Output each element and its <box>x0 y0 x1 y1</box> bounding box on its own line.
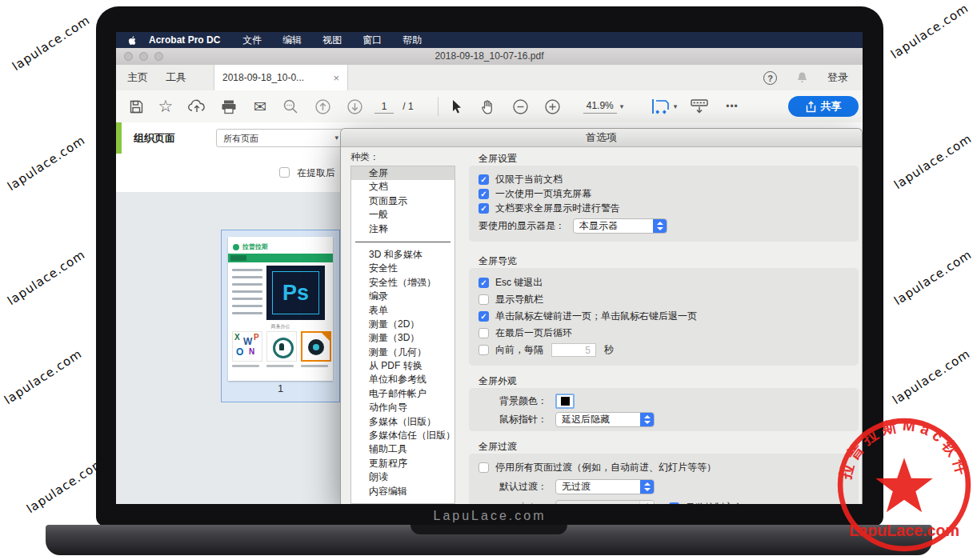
menu-item[interactable]: 编辑 <box>282 34 302 47</box>
cloud-upload-icon[interactable] <box>185 90 209 122</box>
camera-app-tile <box>301 331 331 362</box>
page-thumbnail[interactable]: 拉普拉斯 Ps 商务办公 XWPON <box>221 230 340 402</box>
cursor-label: 鼠标指针： <box>478 413 547 426</box>
tab-tools[interactable]: 工具 <box>166 65 186 90</box>
checkbox-click-advance[interactable] <box>478 311 489 322</box>
share-button[interactable]: 共享 <box>788 96 859 117</box>
print-icon[interactable] <box>217 90 241 122</box>
category-item[interactable]: 更新程序 <box>351 457 454 470</box>
category-item[interactable]: 注释 <box>351 222 454 236</box>
email-icon[interactable]: ✉ <box>248 90 272 122</box>
page-range-dropdown[interactable]: 所有页面 ▾ <box>216 129 344 147</box>
category-item[interactable]: 页面显示 <box>351 194 454 208</box>
select-tool-icon[interactable] <box>446 90 466 122</box>
page-number-input[interactable] <box>374 100 394 114</box>
menu-item[interactable]: 帮助 <box>402 34 422 47</box>
checkbox-auto-advance[interactable] <box>478 345 489 355</box>
previous-view-icon[interactable] <box>310 90 334 122</box>
category-item[interactable]: 测量（几何） <box>351 346 454 359</box>
category-item[interactable]: 安全性（增强） <box>351 276 454 290</box>
checkbox-disable-transitions[interactable] <box>478 462 489 473</box>
extract-checkbox[interactable] <box>279 167 290 178</box>
help-icon[interactable]: ? <box>763 71 777 85</box>
chevron-down-icon: ▾ <box>620 102 624 110</box>
traffic-light-zoom[interactable] <box>154 52 163 61</box>
zoom-in-icon[interactable] <box>541 90 563 122</box>
bg-color-swatch[interactable] <box>555 394 575 409</box>
site-nav-bar <box>228 254 333 262</box>
category-item[interactable]: 辅助工具 <box>351 442 454 456</box>
dock-toolbar-icon[interactable] <box>687 90 711 122</box>
category-item[interactable]: 内容编辑 <box>351 485 454 498</box>
dialog-title: 首选项 <box>341 129 862 147</box>
category-item[interactable]: 多媒体信任（旧版） <box>351 429 454 442</box>
cursor-select[interactable]: 延迟后隐藏 <box>555 412 655 427</box>
photoshop-tile: Ps <box>266 266 325 320</box>
watermark-text: lapulace.com <box>888 1 971 62</box>
seconds-label: 秒 <box>604 343 614 357</box>
save-icon[interactable] <box>124 90 148 122</box>
checkbox-loop-after-last[interactable] <box>478 328 489 338</box>
checkbox-show-navbar[interactable] <box>478 294 489 305</box>
category-item[interactable]: 电子邮件帐户 <box>351 387 454 401</box>
next-view-icon[interactable] <box>342 90 366 122</box>
zoom-out-icon[interactable] <box>509 90 531 122</box>
categories-label: 种类： <box>350 150 379 164</box>
category-item[interactable]: 测量（3D） <box>351 331 454 345</box>
checkbox-label: 在最后一页后循环 <box>495 326 572 340</box>
apple-logo-icon[interactable] <box>127 35 138 46</box>
category-item[interactable]: 多媒体（旧版） <box>351 415 454 429</box>
photoshop-logo: Ps <box>272 271 319 314</box>
checkbox-nav-controls-direction[interactable] <box>669 502 679 504</box>
category-item[interactable]: 测量（2D） <box>351 318 454 331</box>
category-item[interactable]: 全屏 <box>351 166 454 180</box>
hand-tool-icon[interactable] <box>476 90 499 122</box>
tab-document[interactable]: 2018-09-18_10-0... × <box>214 65 348 90</box>
watermark-text: lapulace.com <box>5 247 88 308</box>
favorite-star-icon[interactable]: ☆ <box>154 90 178 122</box>
checkbox-label: 单击鼠标左键前进一页；单击鼠标右键后退一页 <box>495 310 697 323</box>
category-item[interactable]: 单位和参考线 <box>351 373 454 386</box>
category-item[interactable]: 编录 <box>351 290 454 303</box>
checkbox-label: 一次使用一页填充屏幕 <box>495 187 591 201</box>
app-name: Acrobat Pro DC <box>149 34 220 46</box>
category-item[interactable]: 一般 <box>351 208 454 222</box>
section-title-fullscreen-setup: 全屏设置 <box>478 152 517 166</box>
checkbox-warn-fullscreen[interactable] <box>478 203 489 214</box>
category-item[interactable]: 表单 <box>351 304 454 318</box>
checkbox-fill-screen[interactable] <box>478 189 489 199</box>
interval-seconds-input[interactable] <box>551 343 596 357</box>
more-tools-icon[interactable]: ••• <box>719 90 746 122</box>
traffic-light-close[interactable] <box>124 52 133 61</box>
checkbox-esc-exit[interactable] <box>478 278 489 288</box>
category-item[interactable]: 文档 <box>351 180 454 194</box>
category-item[interactable]: 朗读 <box>351 470 454 484</box>
menu-item[interactable]: 视图 <box>322 34 342 47</box>
zoom-level-dropdown[interactable]: 41.9% ▾ <box>575 90 631 122</box>
category-item[interactable]: 3D 和多媒体 <box>351 248 454 262</box>
checkbox-current-doc-only[interactable] <box>478 174 489 185</box>
monitor-select-value: 本显示器 <box>579 220 618 231</box>
category-item[interactable]: 动作向导 <box>351 401 454 414</box>
fit-width-dropdown[interactable]: ▾ <box>647 90 681 122</box>
login-button[interactable]: 登录 <box>827 70 848 85</box>
site-sidebar-line <box>232 305 262 307</box>
default-transition-select[interactable]: 无过渡 <box>555 479 655 494</box>
site-sidebar-line <box>232 298 262 300</box>
window-controls <box>124 52 163 61</box>
chevron-down-icon: ▾ <box>334 130 338 146</box>
traffic-light-minimize[interactable] <box>139 52 148 61</box>
category-item[interactable]: 安全性 <box>351 262 454 275</box>
monitor-select[interactable]: 本显示器 <box>573 218 667 234</box>
checkbox-label: 导览控制方向 <box>686 501 743 504</box>
search-icon[interactable] <box>278 90 302 122</box>
tab-home[interactable]: 主页 <box>127 65 148 90</box>
bezel-brand-text: LapuLace.com <box>96 509 883 523</box>
bell-icon[interactable] <box>796 71 808 84</box>
menu-item[interactable]: 窗口 <box>362 34 382 47</box>
category-item[interactable]: 从 PDF 转换 <box>351 359 454 373</box>
page-number-field <box>372 90 396 122</box>
close-tab-icon[interactable]: × <box>333 72 339 84</box>
section-title-fullscreen-appearance: 全屏外观 <box>478 374 517 388</box>
menu-item[interactable]: 文件 <box>242 34 262 47</box>
